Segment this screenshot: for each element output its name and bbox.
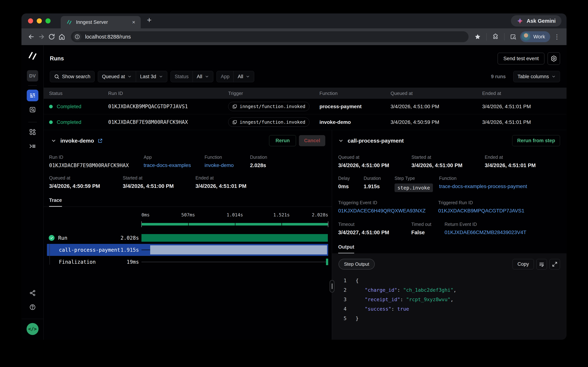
status-badge: Completed <box>57 104 81 109</box>
close-window-button[interactable] <box>28 18 33 24</box>
back-icon[interactable] <box>26 32 36 42</box>
timeline-minimap[interactable] <box>141 221 328 227</box>
step-duration-bar[interactable] <box>150 245 327 254</box>
queued-at-label: Queued at <box>49 175 123 181</box>
table-row[interactable]: Completed 01KJXDACKB9MPQACGTDP7JAVS1 inn… <box>44 99 567 114</box>
tab-output[interactable]: Output <box>338 244 354 253</box>
ended-at-cell: 3/4/2026, 4:51:01 PM <box>482 119 567 125</box>
bookmark-star-icon[interactable] <box>472 32 483 42</box>
sidebar-item-help[interactable] <box>27 301 38 313</box>
sidebar-item-dev-server[interactable] <box>27 140 38 152</box>
function-cell: process-payment <box>319 104 390 109</box>
collapse-chevron-icon[interactable] <box>338 138 344 143</box>
column-header-trigger[interactable]: Trigger <box>228 91 319 96</box>
ended-at-cell: 3/4/2026, 4:51:01 PM <box>482 104 567 109</box>
axis-tick: 0ms <box>141 212 150 217</box>
chevron-down-icon <box>246 74 250 79</box>
app-filter-dropdown[interactable]: App All <box>216 71 254 82</box>
search-tabs-icon[interactable] <box>508 32 518 42</box>
home-icon[interactable] <box>57 32 67 42</box>
queued-at-value: 3/4/2026, 4:51:00 PM <box>338 162 412 168</box>
triggering-event-id-link[interactable]: 01KJXDACEC6H49QRQXWEA93NXZ <box>338 208 438 214</box>
function-link[interactable]: invoke-demo <box>205 162 250 168</box>
settings-gear-button[interactable] <box>548 52 560 65</box>
show-search-button[interactable]: Show search <box>50 71 95 82</box>
column-header-status[interactable]: Status <box>49 91 108 96</box>
ask-gemini-button[interactable]: Ask Gemini <box>511 15 562 26</box>
code-token: } <box>356 316 358 321</box>
dev-mode-button[interactable]: </> <box>26 323 39 335</box>
column-header-run-id[interactable]: Run ID <box>108 91 228 96</box>
span-name: Run <box>58 235 67 241</box>
chevron-down-icon <box>205 74 209 79</box>
run-duration-bar[interactable] <box>141 234 328 242</box>
terminal-icon <box>29 143 36 150</box>
triggered-run-id-link[interactable]: 01KJXDACKB9MPQACGTDP7JAVS1 <box>438 208 567 214</box>
axis-tick: 2.028s <box>312 212 328 217</box>
share-icon <box>29 290 36 296</box>
site-info-icon[interactable] <box>73 33 82 41</box>
rerun-from-step-button[interactable]: Rerun from step <box>512 135 560 146</box>
sidebar-item-share[interactable] <box>27 287 38 299</box>
time-range-dropdown[interactable]: Last 3d <box>136 71 167 82</box>
expand-button[interactable] <box>549 259 560 269</box>
chevron-down-icon <box>551 74 556 79</box>
output-code-block[interactable]: 1{ 2"charge_id": "ch_1abc2def3ghi", 3"re… <box>339 276 560 323</box>
rerun-button[interactable]: Rerun <box>269 135 296 146</box>
forward-icon[interactable] <box>36 32 47 42</box>
url-text[interactable]: localhost:8288/runs <box>85 34 131 40</box>
external-link-icon[interactable] <box>97 138 103 144</box>
line-number: 5 <box>339 316 347 321</box>
table-columns-dropdown[interactable]: Table columns <box>513 71 560 82</box>
sidebar-item-runs[interactable] <box>27 90 38 101</box>
trace-span-run[interactable]: Run 2.028s <box>47 232 328 244</box>
status-filter-dropdown[interactable]: Status All <box>171 71 214 82</box>
line-number: 4 <box>339 306 347 312</box>
extensions-icon[interactable] <box>490 32 501 42</box>
table-columns-label: Table columns <box>517 74 549 79</box>
status-filter-label: Status <box>171 71 193 82</box>
workspace-badge[interactable]: DV <box>27 70 38 82</box>
trigger-name: inngest/function.invoked <box>240 119 305 125</box>
check-circle-icon <box>49 235 55 241</box>
column-header-function[interactable]: Function <box>319 91 390 96</box>
collapse-chevron-icon[interactable] <box>51 138 56 143</box>
chevron-down-icon <box>127 74 132 79</box>
sidebar-divider <box>28 122 37 122</box>
minimize-window-button[interactable] <box>37 18 42 24</box>
trace-span-finalization[interactable]: Finalization 19ms <box>47 256 328 268</box>
column-header-ended-at[interactable]: Ended at <box>482 91 567 96</box>
copy-button[interactable]: Copy <box>513 259 534 269</box>
profile-chip[interactable]: Work <box>520 31 550 42</box>
triggering-event-id-label: Triggering Event ID <box>338 200 438 205</box>
span-duration: 19ms <box>127 259 141 265</box>
zoom-window-button[interactable] <box>45 18 50 24</box>
sidebar-item-apps[interactable] <box>27 126 38 138</box>
new-tab-button[interactable]: + <box>147 16 152 25</box>
word-wrap-button[interactable] <box>536 259 547 269</box>
url-bar[interactable]: localhost:8288/runs <box>71 31 469 42</box>
status-filter-value: All <box>197 74 202 79</box>
browser-tab[interactable]: Inngest Server × <box>61 16 141 28</box>
line-number: 1 <box>339 278 347 283</box>
browser-menu-icon[interactable]: ⋮ <box>552 33 562 40</box>
tab-trace[interactable]: Trace <box>49 198 62 207</box>
sort-field-dropdown[interactable]: Queued at <box>98 71 136 82</box>
app-label: App <box>144 155 205 160</box>
sidebar-item-events[interactable] <box>27 104 38 116</box>
return-event-id-link[interactable]: 01KJXDAE66CMZMB28439023V4T <box>445 230 567 235</box>
code-token: : <box>400 297 406 302</box>
function-link[interactable]: trace-docs-examples-process-payment <box>439 184 567 189</box>
pane-resize-handle[interactable] <box>330 280 334 292</box>
trace-span-call-process-payment[interactable]: call-process-payment 1.915s <box>47 244 328 256</box>
timed-out-value: False <box>411 230 445 235</box>
finalization-bar[interactable] <box>326 259 328 265</box>
table-row[interactable]: Completed 01KJXDACBF7E98M00RAFCK9HAX inn… <box>44 114 567 130</box>
app-link[interactable]: trace-docs-examples <box>144 162 205 168</box>
close-tab-icon[interactable]: × <box>131 19 137 25</box>
send-test-event-button[interactable]: Send test event <box>498 53 544 64</box>
cancel-button[interactable]: Cancel <box>299 135 325 146</box>
column-header-queued-at[interactable]: Queued at <box>390 91 482 96</box>
reload-icon[interactable] <box>47 32 57 42</box>
step-output-toggle[interactable]: Step Output <box>339 259 375 269</box>
